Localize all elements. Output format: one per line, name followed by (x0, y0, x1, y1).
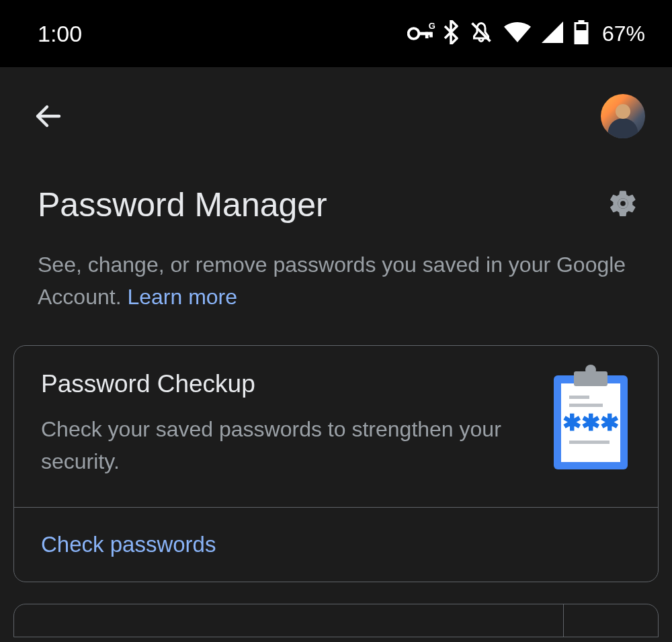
description-text: See, change, or remove passwords you sav… (38, 253, 626, 309)
svg-rect-2 (425, 32, 429, 38)
back-button[interactable] (32, 100, 65, 132)
secondary-card-side[interactable] (564, 604, 658, 637)
settings-gear-icon (607, 188, 638, 219)
card-title: Password Checkup (41, 370, 532, 398)
profile-avatar[interactable] (601, 94, 645, 138)
status-time: 1:00 (38, 21, 82, 47)
signal-icon (542, 21, 563, 46)
main-content: Password Manager See, change, or remove … (0, 152, 672, 637)
card-body: Password Checkup Check your saved passwo… (14, 346, 658, 508)
svg-rect-12 (569, 396, 589, 399)
battery-icon (574, 20, 589, 47)
card-text: Password Checkup Check your saved passwo… (41, 370, 532, 477)
app-bar (0, 67, 672, 152)
password-checkup-clipboard-icon: ✱✱✱ (550, 363, 631, 471)
do-not-disturb-icon (469, 20, 493, 47)
svg-text:✱✱✱: ✱✱✱ (562, 410, 619, 435)
wifi-icon (504, 21, 531, 46)
learn-more-link[interactable]: Learn more (127, 285, 237, 309)
status-bar: 1:00 G (0, 0, 672, 67)
svg-rect-13 (569, 404, 603, 407)
card-subtitle: Check your saved passwords to strengthen… (41, 413, 532, 477)
page-description: See, change, or remove passwords you sav… (38, 248, 638, 313)
svg-point-0 (409, 28, 419, 39)
battery-percent: 67% (602, 21, 645, 46)
settings-button[interactable] (607, 188, 638, 222)
secondary-card[interactable] (13, 604, 659, 637)
vpn-key-icon: G (407, 26, 433, 41)
check-passwords-button[interactable]: Check passwords (14, 508, 658, 582)
bluetooth-icon (444, 20, 458, 47)
status-icons: G (407, 20, 645, 47)
page-title: Password Manager (38, 185, 327, 224)
svg-rect-15 (569, 441, 610, 444)
password-checkup-card: Password Checkup Check your saved passwo… (13, 345, 659, 582)
secondary-card-main[interactable] (14, 604, 564, 637)
svg-point-11 (585, 365, 596, 375)
title-row: Password Manager (38, 185, 638, 224)
svg-rect-3 (429, 32, 433, 38)
svg-rect-7 (575, 30, 587, 44)
back-arrow-icon (32, 100, 65, 132)
